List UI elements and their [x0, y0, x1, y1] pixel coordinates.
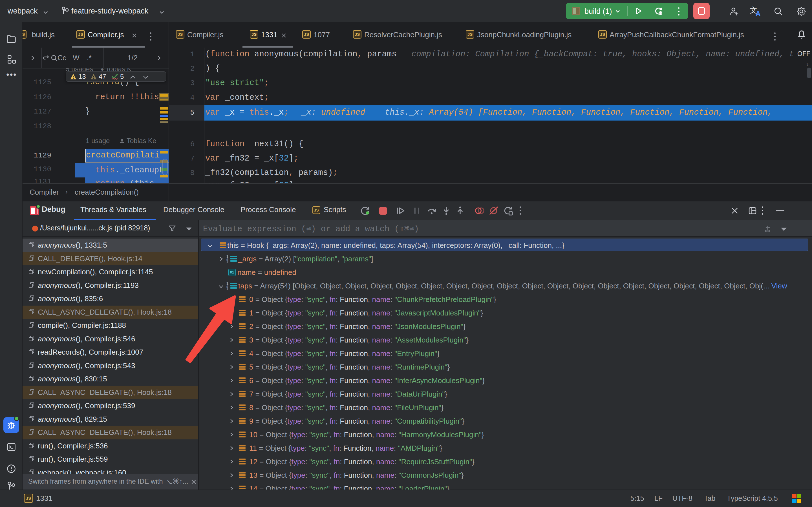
svg-text:A: A: [755, 10, 761, 17]
